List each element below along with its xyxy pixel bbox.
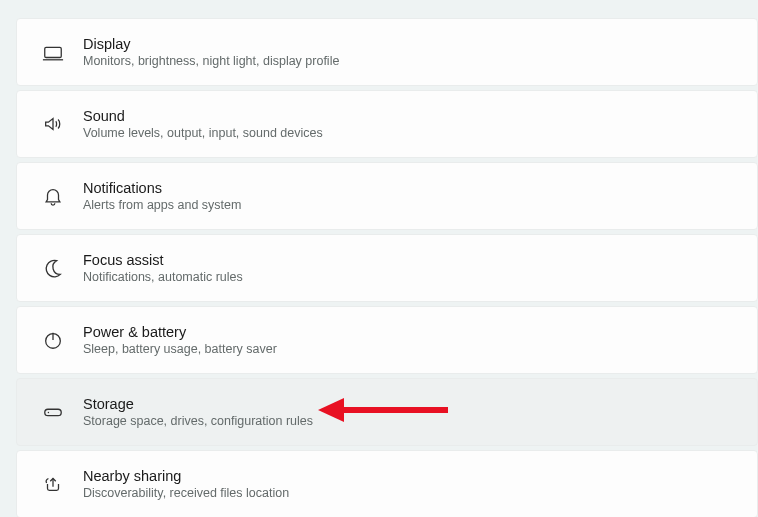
settings-item-text: Storage Storage space, drives, configura…	[75, 396, 313, 428]
settings-item-text: Nearby sharing Discoverability, received…	[75, 468, 289, 500]
settings-item-storage[interactable]: Storage Storage space, drives, configura…	[16, 378, 758, 446]
bell-icon	[31, 185, 75, 207]
storage-icon	[31, 401, 75, 423]
display-icon	[31, 41, 75, 63]
settings-item-desc: Storage space, drives, configuration rul…	[83, 414, 313, 428]
settings-item-text: Display Monitors, brightness, night ligh…	[75, 36, 339, 68]
settings-item-sound[interactable]: Sound Volume levels, output, input, soun…	[16, 90, 758, 158]
svg-rect-0	[45, 47, 62, 57]
settings-item-nearby-sharing[interactable]: Nearby sharing Discoverability, received…	[16, 450, 758, 517]
settings-item-title: Storage	[83, 396, 313, 412]
settings-item-title: Sound	[83, 108, 323, 124]
sound-icon	[31, 113, 75, 135]
settings-item-text: Notifications Alerts from apps and syste…	[75, 180, 241, 212]
settings-item-text: Focus assist Notifications, automatic ru…	[75, 252, 243, 284]
settings-item-desc: Notifications, automatic rules	[83, 270, 243, 284]
settings-item-desc: Volume levels, output, input, sound devi…	[83, 126, 323, 140]
settings-item-title: Focus assist	[83, 252, 243, 268]
power-icon	[31, 329, 75, 351]
moon-icon	[31, 257, 75, 279]
share-icon	[31, 473, 75, 495]
svg-rect-4	[45, 409, 62, 415]
settings-item-text: Power & battery Sleep, battery usage, ba…	[75, 324, 277, 356]
settings-system-page: Display Monitors, brightness, night ligh…	[0, 0, 758, 517]
settings-item-power-battery[interactable]: Power & battery Sleep, battery usage, ba…	[16, 306, 758, 374]
settings-item-title: Power & battery	[83, 324, 277, 340]
settings-item-focus-assist[interactable]: Focus assist Notifications, automatic ru…	[16, 234, 758, 302]
settings-item-desc: Monitors, brightness, night light, displ…	[83, 54, 339, 68]
settings-item-desc: Discoverability, received files location	[83, 486, 289, 500]
settings-item-desc: Sleep, battery usage, battery saver	[83, 342, 277, 356]
settings-item-text: Sound Volume levels, output, input, soun…	[75, 108, 323, 140]
settings-item-notifications[interactable]: Notifications Alerts from apps and syste…	[16, 162, 758, 230]
settings-item-title: Notifications	[83, 180, 241, 196]
settings-item-display[interactable]: Display Monitors, brightness, night ligh…	[16, 18, 758, 86]
settings-list: Display Monitors, brightness, night ligh…	[0, 0, 758, 517]
settings-item-desc: Alerts from apps and system	[83, 198, 241, 212]
svg-point-5	[48, 412, 49, 413]
settings-item-title: Nearby sharing	[83, 468, 289, 484]
settings-item-title: Display	[83, 36, 339, 52]
